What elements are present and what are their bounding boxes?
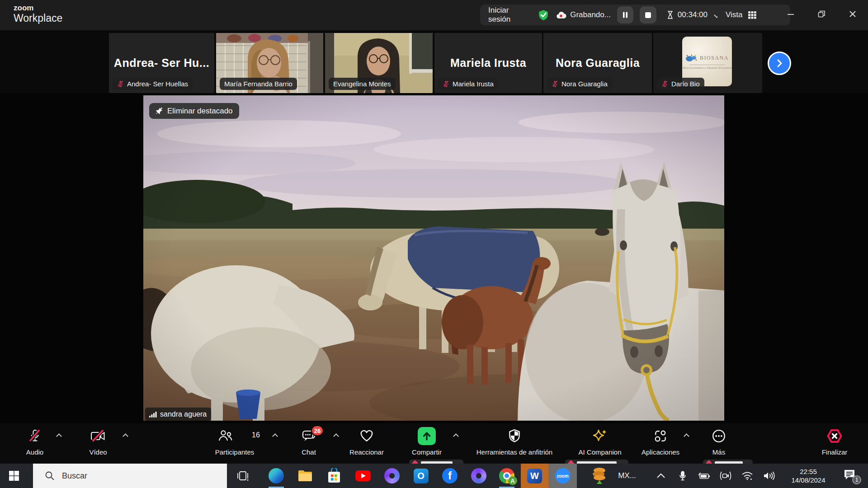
clipped-name-badge <box>703 460 753 464</box>
host-tools-button[interactable]: Herramientas de anfitrión <box>462 423 566 464</box>
participant-tile-mariela[interactable]: Mariela Irusta Mariela Irusta <box>434 33 542 93</box>
apps-button[interactable]: Aplicaciones <box>629 423 692 464</box>
restore-button[interactable] <box>811 4 832 24</box>
participant-name-label: María Fernanda Barrio <box>224 80 292 88</box>
search-icon <box>45 471 55 481</box>
start-button[interactable] <box>0 464 28 488</box>
video-button[interactable]: Vídeo <box>73 423 123 464</box>
search-input[interactable]: Buscar <box>33 464 227 488</box>
taskbar-explorer-button[interactable] <box>291 464 319 488</box>
taskbar-zoom-button[interactable]: zoom <box>548 464 577 488</box>
task-view-icon <box>237 470 249 482</box>
next-participants-page-button[interactable] <box>768 52 791 75</box>
participant-name-badge: María Fernanda Barrio <box>220 78 297 90</box>
taskbar-youtube-button[interactable] <box>349 464 377 488</box>
minimize-button[interactable] <box>780 4 801 24</box>
participants-count: 16 <box>252 431 260 439</box>
active-speaker-badge: sandra aguera <box>145 408 211 421</box>
tray-speaker-icon[interactable] <box>760 464 778 488</box>
participant-name-label: Andrea- Ser Huellas <box>127 80 188 88</box>
video-menu-chevron-icon[interactable] <box>123 433 128 439</box>
video-label: Vídeo <box>89 448 107 456</box>
more-ellipsis-icon <box>712 429 726 445</box>
more-label: Más <box>712 448 725 456</box>
end-meeting-button[interactable]: Finalizar <box>810 423 859 464</box>
zoom-meeting-window: zoom Workplace Iniciar sesión Grabando..… <box>0 0 868 488</box>
main-stage: Eliminar destacado sandra aguera <box>0 93 868 423</box>
facebook-icon: f <box>442 468 458 483</box>
end-meeting-icon <box>826 429 843 445</box>
taskbar-word-button[interactable]: W <box>521 464 548 488</box>
host-tools-shield-icon <box>508 429 521 445</box>
chevron-right-icon <box>775 59 784 68</box>
remove-spotlight-button[interactable]: Eliminar destacado <box>149 103 239 119</box>
audio-button[interactable]: Audio <box>10 423 60 464</box>
participants-button[interactable]: Participantes 16 <box>201 423 269 464</box>
meeting-toolbar: Audio Vídeo Participantes 16 26 Chat <box>0 423 868 464</box>
pause-recording-button[interactable] <box>617 6 633 23</box>
tray-clock[interactable]: 22:55 14/08/2024 <box>785 464 832 488</box>
recording-label: Grabando... <box>570 10 611 19</box>
participant-name-badge: Darío Bio <box>657 78 704 90</box>
tray-app-label[interactable]: MX... <box>611 464 643 488</box>
tray-mic-icon[interactable] <box>674 464 692 488</box>
chrome-icon: A <box>499 468 514 483</box>
participant-tile-maria[interactable]: María Fernanda Barrio <box>216 33 323 93</box>
participant-name-badge: Evangelina Montes <box>329 78 396 90</box>
spotlight-video: Eliminar destacado sandra aguera <box>143 95 724 421</box>
react-button[interactable]: Reaccionar <box>340 423 394 464</box>
chat-menu-chevron-icon[interactable] <box>333 433 339 439</box>
participant-tile-dario[interactable]: BIOSANA BioComunicación y Sanación Emoci… <box>653 33 762 93</box>
loop-app-icon <box>384 468 400 483</box>
host-tools-label: Herramientas de anfitrión <box>476 448 552 456</box>
taskbar-chrome-button[interactable]: A <box>493 464 521 488</box>
taskbar-edge-button[interactable] <box>262 464 290 488</box>
taskbar-outlook-button[interactable]: O <box>407 464 435 488</box>
logo-title: BIOSANA <box>700 55 729 61</box>
audio-level-icon <box>149 411 157 418</box>
participant-name-label: Evangelina Montes <box>333 80 391 88</box>
workplace-logo-text: Workplace <box>14 12 62 24</box>
zoom-logo-text: zoom <box>14 4 62 12</box>
tray-wifi-icon[interactable] <box>738 464 757 488</box>
edge-icon <box>269 468 284 483</box>
muted-mic-icon <box>443 80 449 87</box>
tray-camera-icon[interactable] <box>716 464 735 488</box>
tray-battery-icon[interactable] <box>694 464 713 488</box>
taskbar-facebook-button[interactable]: f <box>436 464 464 488</box>
tray-expand-chevron-icon[interactable] <box>651 464 671 488</box>
participants-menu-chevron-icon[interactable] <box>272 433 278 439</box>
sign-in-button[interactable]: Iniciar sesión <box>488 6 531 24</box>
ai-companion-label: AI Companion <box>578 448 621 456</box>
windows-logo-icon <box>9 470 19 481</box>
participant-tile-andrea[interactable]: Andrea- Ser Hu... Andrea- Ser Huellas <box>109 33 214 93</box>
stop-recording-button[interactable] <box>640 6 656 23</box>
share-screen-button[interactable]: Compartir <box>402 423 452 464</box>
zoom-workplace-logo: zoom Workplace <box>14 4 62 24</box>
file-explorer-icon <box>297 469 313 483</box>
tray-coins-app-icon[interactable] <box>590 464 610 488</box>
task-view-button[interactable] <box>230 464 256 488</box>
logo-subtitle: BioComunicación y Sanación Emocional <box>683 66 731 69</box>
taskbar-store-button[interactable] <box>320 464 348 488</box>
chat-unread-badge: 26 <box>311 425 324 436</box>
ai-companion-button[interactable]: AI Companion <box>566 423 634 464</box>
chat-button[interactable]: 26 Chat <box>286 423 331 464</box>
share-menu-chevron-icon[interactable] <box>453 433 459 439</box>
participant-tile-nora[interactable]: Nora Guaraglia Nora Guaraglia <box>543 33 652 93</box>
close-button[interactable] <box>842 4 863 24</box>
notification-count-badge: 1 <box>852 475 861 484</box>
taskbar-loop-button[interactable] <box>378 464 406 488</box>
react-label: Reaccionar <box>349 448 384 456</box>
participant-tile-evangelina[interactable]: Evangelina Montes <box>325 33 433 93</box>
participant-name-badge: Andrea- Ser Huellas <box>113 78 193 90</box>
taskbar-loop2-button[interactable] <box>465 464 493 488</box>
security-shield-icon[interactable] <box>538 9 549 21</box>
apps-label: Aplicaciones <box>642 448 679 456</box>
profile-badge: A <box>508 476 517 485</box>
zoom-app-icon: zoom <box>555 468 571 483</box>
view-button[interactable]: Vista <box>717 5 790 25</box>
cloud-recording-icon <box>556 10 566 19</box>
more-button[interactable]: Más <box>698 423 739 464</box>
notification-center-button[interactable]: 1 <box>837 464 864 488</box>
